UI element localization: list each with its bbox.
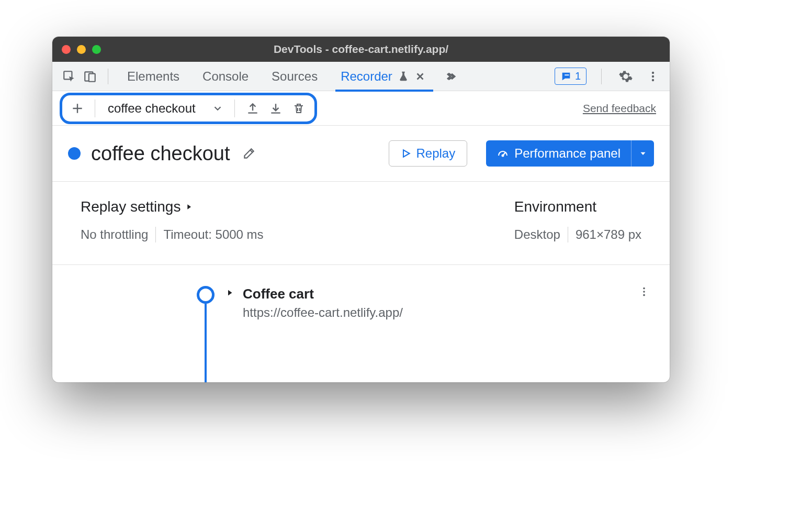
- timeline-node: [197, 286, 215, 304]
- step-title: Coffee cart: [243, 286, 403, 302]
- step-row[interactable]: Coffee cart https://coffee-cart.netlify.…: [225, 286, 654, 320]
- replay-label: Replay: [416, 146, 456, 161]
- window-title: DevTools - coffee-cart.netlify.app/: [52, 43, 670, 56]
- divider: [108, 69, 108, 84]
- message-icon: [560, 71, 572, 82]
- edit-title-icon[interactable]: [240, 145, 258, 162]
- delete-recording-icon[interactable]: [289, 99, 308, 118]
- window-controls: [62, 45, 101, 54]
- performance-panel-label: Performance panel: [514, 146, 621, 161]
- steps-timeline: Coffee cart https://coffee-cart.netlify.…: [52, 265, 670, 320]
- svg-point-10: [643, 294, 645, 296]
- send-feedback-link[interactable]: Send feedback: [583, 102, 656, 115]
- replay-settings-label: Replay settings: [81, 198, 181, 215]
- step-url: https://coffee-cart.netlify.app/: [243, 305, 403, 320]
- svg-point-4: [652, 71, 654, 73]
- gauge-icon: [497, 147, 509, 160]
- svg-point-7: [502, 155, 504, 157]
- recording-selector-dropdown-icon[interactable]: [209, 100, 226, 117]
- kebab-menu-icon[interactable]: [644, 67, 662, 86]
- replay-settings-header[interactable]: Replay settings: [81, 198, 264, 215]
- timeline-node-column: [68, 286, 215, 304]
- more-tabs-icon[interactable]: [443, 68, 459, 85]
- export-recording-icon[interactable]: [243, 99, 262, 118]
- close-tab-icon[interactable]: [414, 71, 426, 82]
- new-recording-button[interactable]: [69, 100, 86, 117]
- issues-count: 1: [575, 70, 581, 82]
- minimize-window-button[interactable]: [77, 45, 86, 54]
- divider: [95, 100, 95, 117]
- settings-icon[interactable]: [616, 67, 635, 86]
- devtools-tabs-bar: Elements Console Sources Recorder 1: [52, 62, 670, 91]
- tab-elements[interactable]: Elements: [117, 62, 190, 91]
- tab-console[interactable]: Console: [192, 62, 259, 91]
- tab-label: Console: [202, 69, 249, 84]
- recorder-toolbar: coffee checkout Send feedback: [52, 91, 670, 126]
- viewport-value: 961×789 px: [576, 227, 641, 242]
- divider: [155, 227, 156, 242]
- environment-values: Desktop 961×789 px: [514, 227, 641, 242]
- recording-title: coffee checkout: [91, 142, 230, 165]
- recording-status-dot: [68, 147, 81, 160]
- window-titlebar: DevTools - coffee-cart.netlify.app/: [52, 37, 670, 62]
- environment-header: Environment: [514, 198, 641, 215]
- divider: [568, 227, 568, 242]
- svg-point-5: [652, 75, 654, 77]
- performance-panel-dropdown[interactable]: [631, 140, 654, 167]
- recording-selector-label[interactable]: coffee checkout: [104, 101, 205, 116]
- performance-panel-button[interactable]: Performance panel: [486, 140, 631, 167]
- tab-label: Recorder: [341, 69, 392, 84]
- timeline-line: [205, 304, 207, 382]
- tab-recorder[interactable]: Recorder: [330, 62, 436, 91]
- flask-icon: [398, 71, 409, 82]
- svg-point-8: [643, 288, 645, 290]
- throttling-value: No throttling: [81, 227, 148, 242]
- devtools-window: DevTools - coffee-cart.netlify.app/ Elem…: [52, 37, 670, 382]
- tab-label: Elements: [127, 69, 179, 84]
- play-icon: [401, 148, 411, 159]
- device-toolbar-icon[interactable]: [81, 67, 99, 86]
- close-window-button[interactable]: [62, 45, 71, 54]
- chevron-down-icon: [638, 149, 648, 158]
- timeout-value: Timeout: 5000 ms: [163, 227, 263, 242]
- environment-label: Environment: [514, 198, 596, 215]
- maximize-window-button[interactable]: [92, 45, 101, 54]
- replay-settings-values: No throttling Timeout: 5000 ms: [81, 227, 264, 242]
- environment-column: Environment Desktop 961×789 px: [514, 198, 641, 242]
- replay-settings-column: Replay settings No throttling Timeout: 5…: [81, 198, 264, 242]
- svg-point-9: [643, 291, 645, 293]
- performance-panel-group: Performance panel: [486, 140, 654, 167]
- import-recording-icon[interactable]: [266, 99, 285, 118]
- divider: [234, 100, 235, 117]
- step-kebab-menu-icon[interactable]: [638, 286, 650, 300]
- issues-badge[interactable]: 1: [555, 68, 587, 85]
- recording-header: coffee checkout Replay Performance panel: [52, 126, 670, 182]
- tab-sources[interactable]: Sources: [261, 62, 328, 91]
- tabs-bar-right: 1: [555, 67, 662, 86]
- svg-rect-2: [89, 73, 95, 81]
- inspect-element-icon[interactable]: [60, 67, 78, 86]
- svg-point-6: [652, 79, 654, 81]
- settings-row: Replay settings No throttling Timeout: 5…: [52, 182, 670, 265]
- device-value: Desktop: [514, 227, 560, 242]
- tab-label: Sources: [272, 69, 318, 84]
- caret-right-icon: [185, 203, 193, 211]
- step-text: Coffee cart https://coffee-cart.netlify.…: [243, 286, 403, 320]
- divider: [601, 69, 602, 84]
- svg-rect-3: [565, 74, 569, 75]
- replay-button[interactable]: Replay: [389, 140, 468, 167]
- caret-right-icon: [225, 288, 234, 297]
- recording-selector-highlight: coffee checkout: [60, 93, 317, 124]
